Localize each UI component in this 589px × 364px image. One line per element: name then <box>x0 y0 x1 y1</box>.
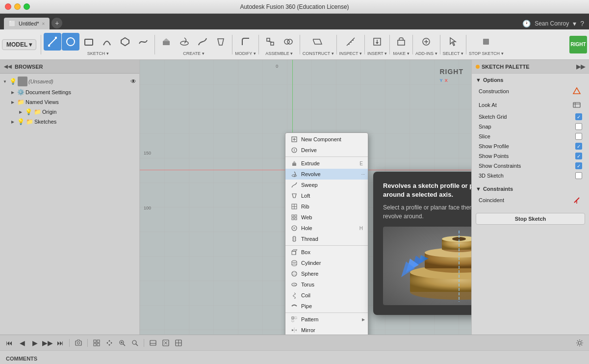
sidebar-collapse-button[interactable]: ◀◀ <box>4 63 12 71</box>
menu-item-hole[interactable]: Hole H <box>285 223 368 234</box>
right-view-button[interactable]: RIGHT <box>569 36 587 53</box>
menu-item-derive[interactable]: Derive <box>285 145 368 156</box>
insert-label[interactable]: INSERT ▾ <box>367 51 387 56</box>
named-views-toggle[interactable]: ▶ <box>10 99 16 105</box>
inspect-label[interactable]: INSPECT ▾ <box>339 51 362 56</box>
menu-item-cylinder[interactable]: Cylinder <box>285 258 368 268</box>
create-extrude-button[interactable] <box>157 33 175 51</box>
create-loft-button[interactable] <box>212 33 230 51</box>
create-sweep-button[interactable] <box>194 33 211 51</box>
create-label[interactable]: CREATE ▾ <box>183 51 204 56</box>
modify-fillet-button[interactable] <box>237 33 255 51</box>
inspect-measure-button[interactable] <box>342 33 359 51</box>
create-revolve-button[interactable] <box>176 33 193 51</box>
user-name[interactable]: Sean Conroy <box>535 20 569 27</box>
menu-item-new-component[interactable]: New Component <box>285 134 368 145</box>
sketch-rect-button[interactable] <box>80 33 98 51</box>
play-start-button[interactable]: ⏮ <box>4 338 15 348</box>
sketches-toggle[interactable]: ▶ <box>10 119 16 125</box>
menu-item-pattern[interactable]: Pattern <box>285 314 368 325</box>
stop-sketch-button[interactable]: Stop Sketch <box>476 213 585 225</box>
tab-close-button[interactable]: × <box>42 21 45 26</box>
menu-item-torus[interactable]: Torus <box>285 279 368 290</box>
origin-toggle[interactable]: ▶ <box>18 109 24 115</box>
sidebar-item-sketches[interactable]: ▶ 💡 📁 Sketches <box>0 117 139 127</box>
assemble-label[interactable]: ASSEMBLE ▾ <box>265 51 293 56</box>
show-constraints-checkbox[interactable]: ✓ <box>575 162 582 169</box>
sidebar-item-named-views[interactable]: ▶ 📁 Named Views <box>0 97 139 107</box>
fit-view-button[interactable] <box>129 338 140 348</box>
play-back-button[interactable]: ◀ <box>17 338 27 348</box>
construct-plane-button[interactable] <box>309 33 327 51</box>
sketch-grid-checkbox[interactable]: ✓ <box>575 113 582 120</box>
look-at-icon-button[interactable] <box>571 100 582 110</box>
stop-sketch-button[interactable] <box>477 33 495 51</box>
coincident-icon-button[interactable] <box>571 195 582 206</box>
user-dropdown-icon[interactable]: ▾ <box>573 20 576 27</box>
construction-icon-button[interactable] <box>571 86 582 97</box>
grid-view-button[interactable] <box>91 338 102 348</box>
doc-settings-toggle[interactable]: ▶ <box>10 89 16 95</box>
assemble-joint-button[interactable] <box>280 33 297 51</box>
show-points-checkbox[interactable]: ✓ <box>575 153 582 159</box>
visibility-icon[interactable]: 👁 <box>129 78 137 85</box>
make-label[interactable]: MAKE ▾ <box>393 51 410 56</box>
help-icon[interactable]: ? <box>580 20 584 27</box>
menu-item-sweep[interactable]: Sweep <box>285 180 368 190</box>
slice-checkbox[interactable] <box>575 133 582 140</box>
menu-item-revolve[interactable]: Revolve ··· <box>285 169 368 180</box>
sketch-circle-button[interactable] <box>62 33 79 51</box>
modify-label[interactable]: MODIFY ▾ <box>235 51 256 56</box>
insert-button[interactable] <box>368 33 386 51</box>
sketch-spline-button[interactable] <box>134 33 152 51</box>
menu-item-sphere[interactable]: Sphere <box>285 268 368 279</box>
snap-checkbox[interactable] <box>575 123 582 130</box>
make-button[interactable] <box>392 33 410 51</box>
sidebar-item-doc-settings[interactable]: ▶ ⚙️ Document Settings <box>0 87 139 97</box>
menu-item-loft[interactable]: Loft <box>285 190 368 201</box>
canvas-area[interactable]: 150 100 0 RIGHT Y X New Component Derive <box>140 60 471 335</box>
menu-item-pipe[interactable]: Pipe <box>285 301 368 312</box>
addins-button[interactable] <box>417 33 435 51</box>
play-forward-button[interactable]: ▶▶ <box>42 338 53 348</box>
sketch-line-button[interactable] <box>44 33 61 51</box>
menu-item-web[interactable]: Web <box>285 212 368 223</box>
minimize-button[interactable] <box>14 3 21 10</box>
options-section-header[interactable]: ▼ Options <box>476 76 585 84</box>
active-tab[interactable]: ⬜ Untitled* × <box>4 18 50 29</box>
inspect-view-button[interactable] <box>160 338 171 348</box>
sketch-polygon-button[interactable] <box>116 33 134 51</box>
3d-sketch-checkbox[interactable] <box>575 172 582 179</box>
model-mode-button[interactable]: MODEL ▾ <box>2 39 36 50</box>
stop-sketch-label[interactable]: STOP SKETCH ▾ <box>469 51 504 56</box>
camera-icon-button[interactable] <box>73 338 84 348</box>
section-analysis-button[interactable] <box>173 338 184 348</box>
settings-gear-button[interactable] <box>574 338 585 348</box>
addins-label[interactable]: ADD-INS ▾ <box>415 51 437 56</box>
assemble-button[interactable] <box>261 33 279 51</box>
display-settings-button[interactable] <box>148 338 158 348</box>
menu-item-coil[interactable]: Coil <box>285 290 368 301</box>
sidebar-item-origin[interactable]: ▶ 💡 📁 Origin <box>0 107 139 117</box>
menu-item-rib[interactable]: Rib <box>285 201 368 212</box>
constraints-section-header[interactable]: ▼ Constraints <box>476 184 585 193</box>
pan-button[interactable] <box>104 338 115 348</box>
maximize-button[interactable] <box>24 3 30 10</box>
select-button[interactable] <box>444 33 462 51</box>
play-end-button[interactable]: ⏭ <box>55 338 66 348</box>
select-label[interactable]: SELECT ▾ <box>443 51 463 56</box>
root-toggle[interactable]: ▼ <box>2 78 8 84</box>
sketch-palette-expand-button[interactable]: ▶▶ <box>576 63 585 70</box>
menu-item-box[interactable]: Box <box>285 247 368 258</box>
close-button[interactable] <box>5 3 11 10</box>
history-icon[interactable]: 🕐 <box>522 20 531 27</box>
show-profile-checkbox[interactable]: ✓ <box>575 143 582 150</box>
new-tab-button[interactable]: + <box>51 18 62 28</box>
menu-item-extrude[interactable]: Extrude E <box>285 158 368 169</box>
menu-item-mirror[interactable]: Mirror <box>285 325 368 335</box>
play-button[interactable]: ▶ <box>29 338 40 348</box>
sidebar-root-item[interactable]: ▼ 💡 (Unsaved) 👁 <box>0 76 139 87</box>
zoom-button[interactable] <box>117 338 128 348</box>
sketch-arc-button[interactable] <box>98 33 116 51</box>
construct-label[interactable]: CONSTRUCT ▾ <box>303 51 334 56</box>
